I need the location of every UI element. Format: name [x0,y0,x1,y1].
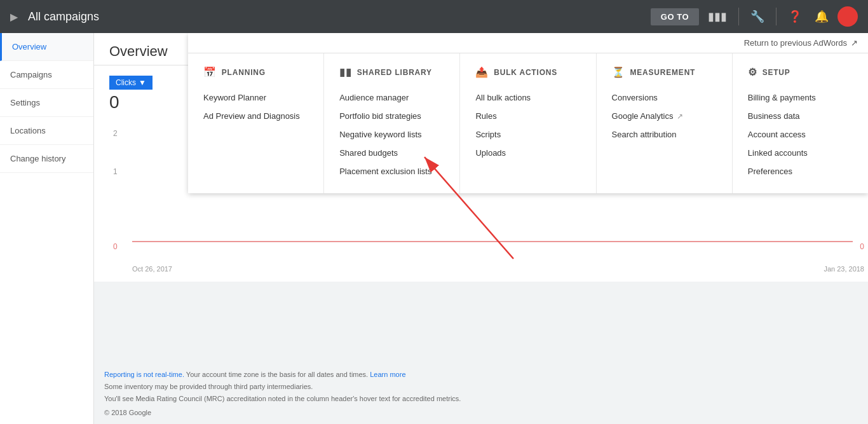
menu-item-business-data[interactable]: Business data [748,107,853,125]
menu-item-portfolio-bid[interactable]: Portfolio bid strategies [339,107,444,125]
bulk-actions-icon: 📤 [475,66,489,78]
sidebar-item-settings[interactable]: Settings [0,89,93,117]
menu-item-preferences[interactable]: Preferences [748,162,853,181]
wrench-icon-button[interactable]: 🔧 [747,6,768,27]
bar-chart-icon-button[interactable]: ▮▮▮ [704,6,731,27]
menu-item-all-bulk-actions[interactable]: All bulk actions [475,88,580,107]
nav-arrow-icon[interactable]: ▶ [10,11,18,23]
menu-item-account-access[interactable]: Account access [748,125,853,144]
top-navigation-bar: ▶ All campaigns GO TO ▮▮▮ 🔧 ❓ 🔔 [0,0,868,33]
sidebar-item-locations[interactable]: Locations [0,117,93,145]
menu-top-bar: Return to previous AdWords ↗ [188,33,868,53]
setup-header: ⚙ SETUP [748,66,853,78]
menu-item-placement-exclusion[interactable]: Placement exclusion lists [339,162,444,181]
menu-col-shared-library: ▮▮ SHARED LIBRARY Audience manager Portf… [324,53,460,193]
bulk-actions-header: 📤 BULK ACTIONS [475,66,580,78]
menu-item-scripts[interactable]: Scripts [475,125,580,144]
date-start-label: Oct 26, 2017 [132,265,172,273]
line-chart [132,210,853,248]
sidebar-item-campaigns[interactable]: Campaigns [0,61,93,89]
menu-item-audience-manager[interactable]: Audience manager [339,88,444,107]
top-bar-right: GO TO ▮▮▮ 🔧 ❓ 🔔 [651,6,858,27]
separator2 [776,8,776,25]
menu-col-measurement: ⏳ MEASUREMENT Conversions Google Analyti… [597,53,733,193]
menu-item-uploads[interactable]: Uploads [475,144,580,162]
menu-item-ad-preview[interactable]: Ad Preview and Diagnosis [203,107,308,125]
external-link-icon: ↗ [851,38,858,48]
content-area: Overview Clicks ▼ 0 2 1 0 0 Oct 26, 2017… [94,33,868,424]
menu-col-planning: 📅 PLANNING Keyword Planner Ad Preview an… [188,53,324,193]
sidebar-item-change-history[interactable]: Change history [0,145,93,173]
measurement-icon: ⏳ [612,66,625,78]
sidebar: Overview Campaigns Settings Locations Ch… [0,33,94,424]
separator [738,8,739,25]
menu-item-keyword-planner[interactable]: Keyword Planner [203,88,308,107]
measurement-header: ⏳ MEASUREMENT [612,66,717,78]
y-axis-label-2: 2 [113,129,118,138]
top-bar-left: ▶ All campaigns [10,10,651,24]
menu-item-billing[interactable]: Billing & payments [748,88,853,107]
menu-item-google-analytics[interactable]: Google Analytics ↗ [612,107,717,125]
sidebar-item-overview[interactable]: Overview [0,33,93,61]
clicks-selector[interactable]: Clicks ▼ [109,76,153,90]
menu-columns: 📅 PLANNING Keyword Planner Ad Preview an… [188,53,868,193]
y-axis-label-1: 1 [113,167,118,176]
chart-area [132,210,853,250]
menu-item-search-attribution[interactable]: Search attribution [612,125,717,144]
learn-more-link[interactable]: Learn more [370,371,405,378]
footer-copyright: © 2018 Google [104,407,858,419]
menu-item-linked-accounts[interactable]: Linked accounts [748,144,853,162]
mega-menu: Return to previous AdWords ↗ 📅 PLANNING … [188,33,868,193]
goto-button[interactable]: GO TO [651,8,699,25]
shared-library-header: ▮▮ SHARED LIBRARY [339,66,444,78]
menu-item-shared-budgets[interactable]: Shared budgets [339,144,444,162]
return-to-adwords-link[interactable]: Return to previous AdWords ↗ [744,38,858,48]
footer: Reporting is not real-time. Your account… [94,364,868,424]
planning-icon: 📅 [203,66,217,78]
footer-line3: You'll see Media Rating Council (MRC) ac… [104,393,858,405]
main-layout: Overview Campaigns Settings Locations Ch… [0,33,868,424]
app-title: All campaigns [28,10,99,24]
menu-col-setup: ⚙ SETUP Billing & payments Business data… [733,53,868,193]
setup-icon: ⚙ [748,66,757,78]
footer-line2: Some inventory may be provided through t… [104,381,858,393]
footer-line1: Reporting is not real-time. Your account… [104,369,858,381]
planning-header: 📅 PLANNING [203,66,308,78]
shared-library-icon: ▮▮ [339,66,352,78]
menu-item-conversions[interactable]: Conversions [612,88,717,107]
menu-item-rules[interactable]: Rules [475,107,580,125]
help-icon-button[interactable]: ❓ [784,6,806,27]
y-value-right: 0 [860,242,864,251]
y-value-left: 0 [113,242,118,251]
notifications-icon-button[interactable]: 🔔 [811,6,832,27]
external-icon: ↗ [677,112,683,121]
user-avatar[interactable] [837,6,858,27]
menu-col-bulk-actions: 📤 BULK ACTIONS All bulk actions Rules Sc… [460,53,596,193]
date-end-label: Jan 23, 2018 [824,265,864,273]
menu-item-negative-keywords[interactable]: Negative keyword lists [339,125,444,144]
